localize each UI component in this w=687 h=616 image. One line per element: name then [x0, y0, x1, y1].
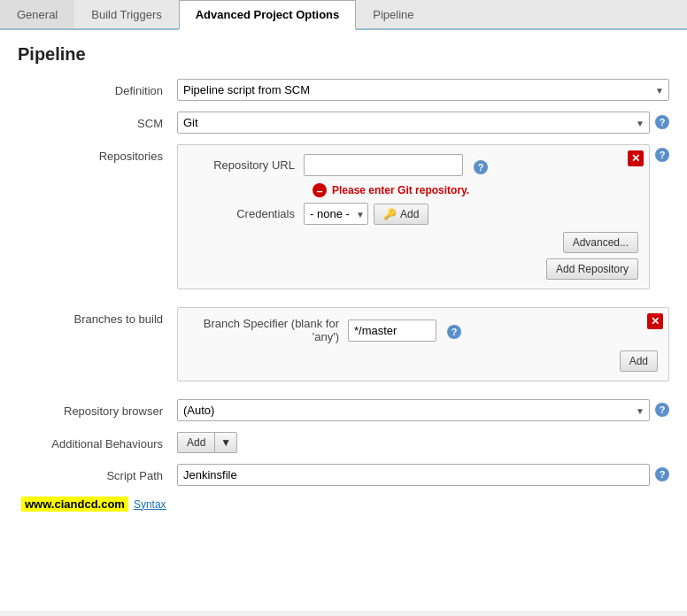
page-title: Pipeline: [18, 44, 669, 65]
repository-error: – Please enter Git repository.: [313, 183, 638, 197]
advanced-button[interactable]: Advanced...: [563, 232, 638, 253]
additional-behaviours-dropdown-button[interactable]: ▼: [214, 432, 237, 453]
tabs-bar: General Build Triggers Advanced Project …: [0, 0, 687, 30]
syntax-link[interactable]: Syntax: [134, 498, 166, 511]
add-repository-button[interactable]: Add Repository: [546, 258, 638, 280]
repositories-panel: ✕ Repository URL ? – Please: [177, 144, 650, 289]
tab-pipeline[interactable]: Pipeline: [356, 0, 430, 28]
repositories-close-button[interactable]: ✕: [628, 150, 644, 166]
repo-browser-select[interactable]: (Auto): [177, 399, 650, 421]
branches-panel: ✕ Branch Specifier (blank for 'any') ? A…: [177, 307, 669, 381]
scm-label: SCM: [18, 112, 177, 130]
brand-label: www.ciandcd.com: [21, 497, 128, 512]
script-path-label: Script Path: [18, 464, 177, 482]
definition-select[interactable]: Pipeline script from SCM Pipeline script: [177, 79, 669, 101]
error-icon: –: [313, 183, 327, 197]
scm-help-icon[interactable]: ?: [655, 115, 669, 129]
script-path-help-icon[interactable]: ?: [655, 467, 669, 481]
repositories-label: Repositories: [18, 144, 177, 163]
repo-browser-label: Repository browser: [18, 399, 177, 418]
scm-select[interactable]: Git None: [177, 112, 650, 134]
tab-general[interactable]: General: [0, 0, 74, 28]
branches-label: Branches to build: [18, 307, 177, 326]
credentials-select[interactable]: - none -: [304, 203, 368, 225]
tab-advanced-project-options[interactable]: Advanced Project Options: [179, 0, 357, 30]
branch-specifier-label: Branch Specifier (blank for 'any'): [189, 317, 348, 343]
branches-close-button[interactable]: ✕: [647, 313, 663, 329]
credentials-label: Credentials: [189, 207, 304, 220]
branch-specifier-input[interactable]: [348, 320, 436, 342]
add-credentials-button[interactable]: 🔑 Add: [374, 204, 428, 225]
tab-build-triggers[interactable]: Build Triggers: [74, 0, 178, 28]
repo-browser-help-icon[interactable]: ?: [655, 403, 669, 417]
page-content: Pipeline Definition Pipeline script from…: [0, 30, 687, 611]
repository-url-input[interactable]: [304, 154, 463, 176]
repository-url-label: Repository URL: [189, 158, 304, 172]
repositories-help-icon[interactable]: ?: [655, 148, 669, 162]
additional-behaviours-label: Additional Behaviours: [18, 432, 177, 450]
branch-add-button[interactable]: Add: [620, 350, 658, 372]
branch-specifier-help-icon[interactable]: ?: [447, 325, 461, 339]
repository-url-help-icon[interactable]: ?: [474, 160, 488, 174]
key-icon: 🔑: [383, 208, 397, 220]
definition-label: Definition: [18, 79, 177, 97]
additional-behaviours-add-button[interactable]: Add: [177, 432, 214, 453]
script-path-input[interactable]: [177, 464, 650, 486]
